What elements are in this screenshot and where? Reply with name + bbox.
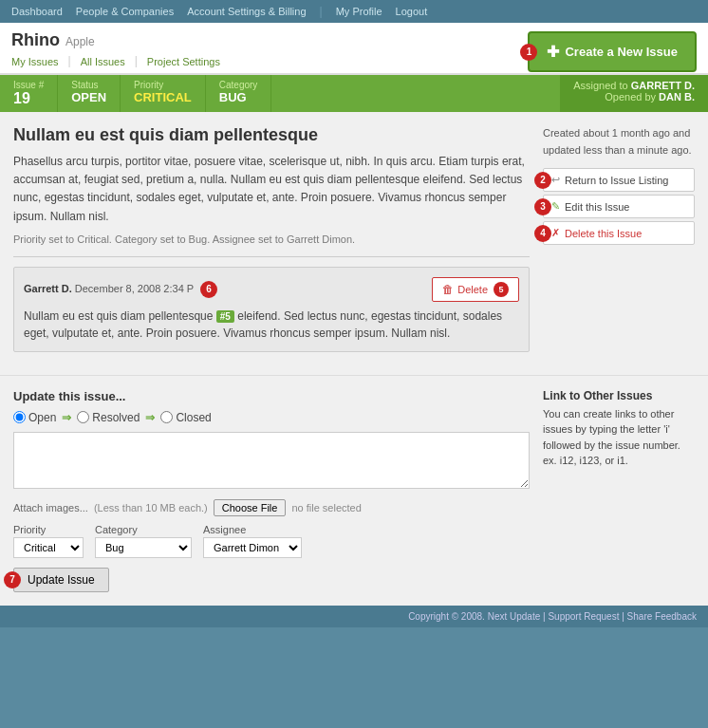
status-open-radio[interactable] [13,411,26,423]
assigned-value: GARRETT D. [631,80,695,91]
status-closed-radio[interactable] [160,411,173,423]
delete-comment-label: Delete [457,284,488,295]
status-closed-label[interactable]: Closed [160,411,211,424]
delete-comment-icon: 🗑 [442,283,454,296]
sub-nav-my-issues[interactable]: My Issues [11,54,66,69]
main-content: Nullam eu est quis diam pellentesque Pha… [0,112,708,375]
return-to-listing-button[interactable]: ↩ Return to Issue Listing 2 [543,168,695,192]
issue-number-cell: Issue # 19 [0,75,58,112]
link-section: Link to Other Issues You can create link… [543,389,695,592]
comment-author: Garrett D. [24,283,72,294]
update-section: Update this issue... Open ⇒ Resolved ⇒ C… [0,375,708,606]
delete-issue-icon: ✗ [551,227,560,239]
footer-text: Copyright © 2008. Next Update | Support … [408,611,697,622]
attach-row: Attach images... (Less than 10 MB each.)… [13,499,530,516]
create-issue-button[interactable]: ✚ Create a New Issue 1 [528,31,697,72]
issue-number: 19 [13,90,44,107]
update-left: Update this issue... Open ⇒ Resolved ⇒ C… [13,389,530,592]
status-cell: Status OPEN [58,75,121,112]
divider-1 [13,256,530,257]
delete-comment-button[interactable]: 🗑 Delete 5 [432,277,519,302]
create-issue-icon: ✚ [547,43,559,61]
priority-value: CRITICAL [134,90,192,104]
nav-logout[interactable]: Logout [396,6,428,17]
create-issue-label: Create a New Issue [565,45,678,59]
update-title: Update this issue... [13,389,530,403]
nav-people[interactable]: People & Companies [76,6,174,17]
content-right: Created about 1 month ago and updated le… [543,125,695,362]
status-value: OPEN [71,90,106,104]
link-title: Link to Other Issues [543,389,695,402]
assignee-label: Assignee [203,524,302,535]
assignee-group: Assignee Garrett Dimon Dan B. Other [203,524,302,558]
priority-select[interactable]: Critical High Medium Low [13,537,84,558]
edit-label: Edit this Issue [565,201,629,213]
attach-hint: (Less than 10 MB each.) [94,502,208,513]
form-row: Priority Critical High Medium Low Catego… [13,524,530,558]
sub-nav-all-issues[interactable]: All Issues [73,54,133,69]
badge-7: 7 [4,571,21,588]
opened-value: DAN B. [659,91,695,103]
category-label: Category [95,524,192,535]
badge-5: 5 [494,282,509,297]
header: Rhino Apple My Issues | All Issues | Pro… [0,23,708,75]
return-icon: ↩ [551,174,560,186]
badge-6: 6 [200,281,217,298]
update-textarea[interactable] [13,432,530,489]
no-file-text: no file selected [291,502,361,513]
comment-date: December 8, 2008 2:34 P [75,283,194,294]
comment-block: Garrett D. December 8, 2008 2:34 P 6 🗑 D… [13,267,530,352]
priority-cell: Priority CRITICAL [121,75,206,112]
choose-file-button[interactable]: Choose File [214,499,287,516]
category-label: Category [219,80,258,90]
category-value: BUG [219,90,258,104]
category-group: Category Bug Feature Enhancement [95,524,192,558]
attach-label: Attach images... [13,502,88,513]
issue-meta-text: Priority set to Critical. Category set t… [13,233,530,245]
badge-3: 3 [534,198,551,215]
delete-issue-button[interactable]: ✗ Delete this Issue 4 [543,221,695,245]
footer: Copyright © 2008. Next Update | Support … [0,606,708,627]
nav-profile[interactable]: My Profile [336,6,382,17]
priority-label: Priority [13,524,84,535]
status-flow: Open ⇒ Resolved ⇒ Closed [13,411,530,424]
status-resolved-radio[interactable] [77,411,89,423]
app-name: Rhino [11,30,60,50]
status-resolved-label[interactable]: Resolved [77,411,140,424]
issue-meta-bar: Issue # 19 Status OPEN Priority CRITICAL… [0,75,708,112]
app-subtitle: Apple [65,35,95,48]
comment-body: Nullam eu est quis diam pellentesque #5 … [24,308,519,342]
priority-group: Priority Critical High Medium Low [13,524,84,558]
category-cell: Category BUG [206,75,272,112]
issue-dates: Created about 1 month ago and updated le… [543,125,695,159]
link-body: You can create links to other issues by … [543,406,695,469]
update-issue-button[interactable]: Update Issue [13,568,109,592]
issue-body: Phasellus arcu turpis, portitor vitae, p… [13,153,530,226]
nav-dashboard[interactable]: Dashboard [11,6,63,17]
status-open-label[interactable]: Open [13,411,56,424]
edit-issue-button[interactable]: ✎ Edit this Issue 3 [543,195,695,218]
top-nav: Dashboard People & Companies Account Set… [0,0,708,23]
arrow-2: ⇒ [145,411,155,424]
issue-label: Issue # [13,80,44,90]
edit-icon: ✎ [551,200,560,213]
content-left: Nullam eu est quis diam pellentesque Pha… [13,125,530,362]
priority-label: Priority [134,80,192,90]
issue-title: Nullam eu est quis diam pellentesque [13,125,530,145]
badge-1: 1 [520,44,537,61]
status-label: Status [71,80,106,90]
sub-nav-project-settings[interactable]: Project Settings [140,54,228,69]
comment-header: Garrett D. December 8, 2008 2:34 P 6 🗑 D… [24,277,519,302]
nav-account[interactable]: Account Settings & Billing [187,6,306,17]
category-select[interactable]: Bug Feature Enhancement [95,537,192,558]
assignee-select[interactable]: Garrett Dimon Dan B. Other [203,537,302,558]
return-label: Return to Issue Listing [565,175,668,186]
arrow-1: ⇒ [62,411,71,424]
assigned-cell: Assigned to GARRETT D. Opened by DAN B. [560,75,708,112]
delete-issue-label: Delete this Issue [565,228,642,239]
comment-tag: #5 [216,310,234,323]
badge-4: 4 [534,225,551,242]
badge-2: 2 [534,172,551,189]
